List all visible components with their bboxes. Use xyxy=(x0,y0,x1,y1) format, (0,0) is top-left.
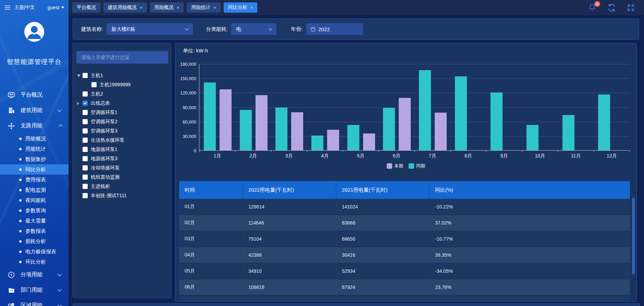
tree-checkbox[interactable] xyxy=(83,110,88,115)
table-cell: 05月 xyxy=(179,263,243,279)
sidebar-item-label: 区域用能 xyxy=(21,302,42,306)
tree-checkbox[interactable] xyxy=(83,184,88,189)
tab-建筑用能概况[interactable]: 建筑用能概况× xyxy=(103,2,147,13)
table-cell: 02月 xyxy=(179,215,243,231)
sidebar-item-夜间能耗[interactable]: 夜间能耗 xyxy=(0,195,69,205)
tree-item-主进线柜[interactable]: 主进线柜 xyxy=(73,182,171,191)
building-select[interactable]: 新大楼E栋 xyxy=(107,23,193,35)
legend-item-同期[interactable]: 同期 xyxy=(409,163,425,169)
tree-checkbox[interactable] xyxy=(83,91,88,97)
tree-checkbox[interactable] xyxy=(83,138,88,143)
bar-同期-6月 xyxy=(383,108,395,150)
bullet-icon xyxy=(19,158,22,161)
x-axis-tick-label: 2月 xyxy=(235,153,271,159)
tree-filter-input[interactable]: 请输入关键字进行过滤 xyxy=(76,51,168,64)
tree-checkbox[interactable] xyxy=(83,193,88,198)
tree-item-冷却塔循环泵[interactable]: 冷却塔循环泵 xyxy=(73,163,171,173)
x-axis-tick-label: 6月 xyxy=(379,153,414,159)
tab-close-icon[interactable]: × xyxy=(213,5,216,10)
chevron-down-icon xyxy=(185,27,189,30)
sidebar-item-同比分析[interactable]: 同比分析 xyxy=(0,164,69,175)
sidebar-item-用能概况[interactable]: 用能概况 xyxy=(0,133,69,144)
y-axis-tick-label: 0 xyxy=(194,148,196,153)
legend-item-本期[interactable]: 本期 xyxy=(387,163,403,169)
sidebar-item-支路用能[interactable]: 支路用能 xyxy=(0,118,69,133)
tree-checkbox[interactable] xyxy=(83,175,88,180)
tree-checkbox[interactable] xyxy=(91,82,97,87)
energy-type-select[interactable]: 电 xyxy=(231,23,276,35)
bar-同期-4月 xyxy=(311,136,323,150)
sidebar-item-label: 用能统计 xyxy=(25,146,46,152)
table-cell: 52934 xyxy=(336,263,430,279)
tab-close-icon[interactable]: × xyxy=(177,5,179,10)
tree-item-主机19999999[interactable]: 主机19999999 xyxy=(73,80,171,89)
theme-language-switcher[interactable]: 主题|中文 xyxy=(14,4,35,11)
sidebar-item-配电监测[interactable]: 配电监测 xyxy=(0,185,69,195)
tree-checkbox[interactable] xyxy=(83,101,88,106)
tree-checkbox[interactable] xyxy=(83,128,88,133)
tab-用能概况[interactable]: 用能概况× xyxy=(150,2,184,13)
user-menu[interactable]: guest xyxy=(48,5,64,10)
legend-swatch xyxy=(387,163,392,169)
fullscreen-icon[interactable] xyxy=(627,3,635,12)
device-tree-panel: 请输入关键字进行过滤 主机1主机19999999主机2出线总表空调循环泵1空调循… xyxy=(73,43,171,298)
sidebar-item-部门用能[interactable]: 部门用能 xyxy=(0,282,69,298)
tree-checkbox[interactable] xyxy=(83,165,88,170)
tab-同比分析[interactable]: 同比分析× xyxy=(224,2,258,13)
tree-item-主机2[interactable]: 主机2 xyxy=(73,89,171,99)
sidebar-item-区域用能[interactable]: 区域用能 xyxy=(0,298,69,306)
tab-label: 同比分析 xyxy=(228,4,247,11)
sidebar-item-最大需量[interactable]: 最大需量 xyxy=(0,216,69,226)
tree-item-出线总表[interactable]: 出线总表 xyxy=(73,99,171,108)
sidebar-item-损耗分析[interactable]: 损耗分析 xyxy=(0,236,69,246)
table-row-partial xyxy=(179,295,630,301)
sidebar-item-平台概况[interactable]: 平台概况 xyxy=(0,87,69,103)
table-cell: -10.77% xyxy=(430,231,630,247)
bullet-icon xyxy=(19,179,22,181)
y-axis-tick-label: 120,000 xyxy=(180,90,196,95)
notification-bell-icon[interactable]: 0 xyxy=(588,3,597,12)
tree-item-主机1[interactable]: 主机1 xyxy=(73,71,171,80)
tree-checkbox[interactable] xyxy=(83,147,88,152)
bullet-icon xyxy=(19,209,22,212)
sidebar-item-建筑用能[interactable]: 建筑用能 xyxy=(0,103,69,118)
sidebar-item-用能统计[interactable]: 用能统计 xyxy=(0,144,69,154)
tree-item-机组震动监测[interactable]: 机组震动监测 xyxy=(73,173,171,182)
tree-checkbox[interactable] xyxy=(83,119,88,124)
filter-panel: 建筑名称: 新大楼E栋 分类能耗: 电 年份: 2022 xyxy=(73,18,639,40)
tab-close-icon[interactable]: × xyxy=(140,5,143,10)
sidebar-item-分项用能[interactable]: 分项用能 xyxy=(0,267,69,282)
sidebar-item-参数查询[interactable]: 参数查询 xyxy=(0,205,69,216)
chart-unit-label: 单位: kW·h xyxy=(183,48,208,54)
table-header-row: 时间2022用电量(千瓦时)2021用电量(千瓦时)同比(%) xyxy=(179,181,630,199)
sidebar-item-环比分析[interactable]: 环比分析 xyxy=(0,257,69,267)
sidebar-item-电力极值报表[interactable]: 电力极值报表 xyxy=(0,246,69,257)
tree-item-地源循环泵1[interactable]: 地源循环泵1 xyxy=(73,145,171,154)
tree-item-空调循环泵1[interactable]: 空调循环泵1 xyxy=(73,108,171,117)
sidebar-item-数据集抄[interactable]: 数据集抄 xyxy=(0,154,69,164)
sidebar-item-label: 参数报表 xyxy=(25,228,46,234)
bar-同期-9月 xyxy=(491,92,503,150)
sidebar-item-label: 部门用能 xyxy=(21,286,42,294)
sidebar-item-label: 损耗分析 xyxy=(25,238,46,245)
sidebar-item-费用报表[interactable]: 费用报表 xyxy=(0,175,69,185)
tree-item-生活热水循环泵[interactable]: 生活热水循环泵 xyxy=(73,136,171,145)
tab-用能统计[interactable]: 用能统计× xyxy=(187,2,221,13)
tree-item-空调循环泵2[interactable]: 空调循环泵2 xyxy=(73,117,171,126)
sidebar-item-label: 同比分析 xyxy=(25,166,46,173)
tab-close-icon[interactable]: × xyxy=(250,5,253,10)
year-picker[interactable]: 2022 xyxy=(306,23,363,35)
caret-collapsed-icon[interactable] xyxy=(77,102,79,105)
gridline xyxy=(199,78,629,79)
sidebar-item-参数报表[interactable]: 参数报表 xyxy=(0,226,69,236)
tree-item-地源循环泵3[interactable]: 地源循环泵3 xyxy=(73,154,171,163)
tab-平台概况[interactable]: 平台概况 xyxy=(72,2,100,13)
hamburger-menu-icon[interactable] xyxy=(4,4,11,11)
table-scrollbar[interactable] xyxy=(632,197,635,275)
tree-item-丰创技-测试T111[interactable]: 丰创技-测试T111 xyxy=(73,191,171,200)
refresh-icon[interactable] xyxy=(607,3,616,12)
tree-checkbox[interactable] xyxy=(83,156,88,161)
tree-checkbox[interactable] xyxy=(83,73,88,78)
tree-item-空调循环泵3[interactable]: 空调循环泵3 xyxy=(73,126,171,136)
caret-expanded-icon[interactable] xyxy=(77,75,80,77)
